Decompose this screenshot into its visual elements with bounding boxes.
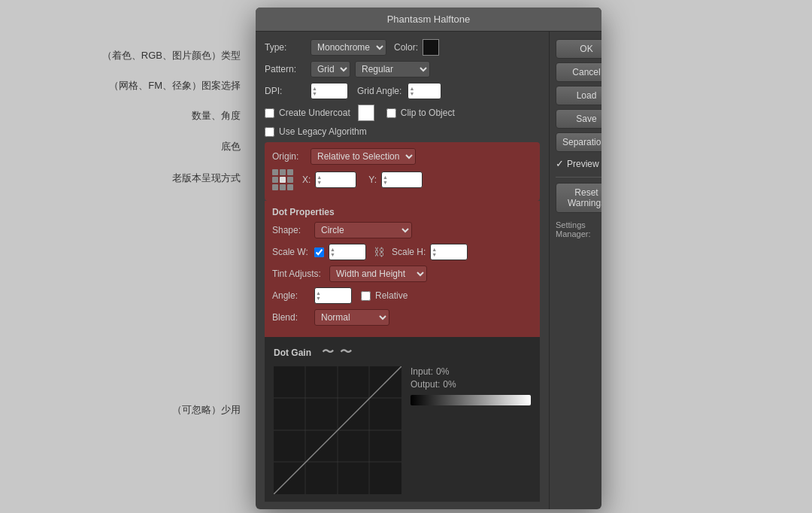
legacy-annotation: 老版本呈现方式 <box>0 172 256 185</box>
dpi-down-arrow[interactable]: ▼ <box>312 91 317 96</box>
type-annotation: （着色、RGB、图片颜色）类型 <box>0 49 256 62</box>
grid-cell-3 <box>287 169 293 175</box>
use-legacy-label: Use Legacy Algorithm <box>279 126 367 137</box>
rare-annotation: （可忽略）少用 <box>0 403 256 417</box>
scale-w-label: Scale W: <box>272 247 310 257</box>
angle-row: Angle: ▲ ▼ 0° Relative <box>272 287 532 304</box>
gradient-bar <box>411 395 531 405</box>
scale-w-arrows[interactable]: ▲ ▼ <box>330 244 335 260</box>
scale-h-up[interactable]: ▲ <box>432 247 437 252</box>
input-label: Input: <box>411 366 433 377</box>
origin-select[interactable]: Relative to Selection <box>311 148 416 165</box>
type-select[interactable]: Monochrome <box>311 39 386 56</box>
y-arrows[interactable]: ▲ ▼ <box>383 172 388 188</box>
preview-checkmark: ✓ <box>556 158 564 169</box>
type-row: Type: Monochrome Color: <box>265 39 540 56</box>
link-icon: ⛓ <box>374 246 384 258</box>
preview-label[interactable]: Preview <box>567 159 599 169</box>
x-label: X: <box>302 175 311 185</box>
y-spinner: ▲ ▼ 0 px <box>381 172 423 188</box>
grid-cell-8 <box>280 184 286 190</box>
dpi-label: DPI: <box>265 86 306 96</box>
dot-angle-down[interactable]: ▼ <box>316 296 321 301</box>
origin-row: Origin: Relative to Selection <box>272 148 532 165</box>
pattern-select[interactable]: Grid <box>311 61 350 77</box>
grid-angle-label: Grid Angle: <box>357 86 401 96</box>
grid-cell-1 <box>272 169 278 175</box>
scale-w-down[interactable]: ▼ <box>330 252 335 257</box>
blend-row: Blend: Normal <box>272 309 532 326</box>
shape-select[interactable]: Circle <box>314 222 412 238</box>
angle-arrows[interactable]: ▲ ▼ <box>409 83 414 99</box>
color-swatch[interactable] <box>423 39 439 56</box>
blend-select[interactable]: Normal <box>314 309 389 326</box>
y-up[interactable]: ▲ <box>383 175 388 180</box>
origin-grid-icon <box>272 169 293 190</box>
dot-properties-title: Dot Properties <box>272 207 532 217</box>
dot-angle-up[interactable]: ▲ <box>316 290 321 296</box>
blend-label: Blend: <box>272 312 310 323</box>
undercoat-color-swatch[interactable] <box>358 105 374 121</box>
tint-select[interactable]: Width and Height <box>329 266 427 282</box>
scale-w-spinner: ▲ ▼ 100% <box>329 244 366 260</box>
dot-angle-spinner: ▲ ▼ 0° <box>314 287 352 304</box>
origin-section: Origin: Relative to Selection <box>265 142 540 201</box>
separations-button[interactable]: Separations <box>556 132 601 152</box>
dot-angle-arrows[interactable]: ▲ ▼ <box>316 287 321 304</box>
settings-manager-label: Settings Manager: <box>556 220 601 238</box>
x-arrows[interactable]: ▲ ▼ <box>317 172 322 188</box>
ok-button[interactable]: OK <box>556 39 601 59</box>
load-button[interactable]: Load <box>556 86 601 105</box>
undercoat-annotation: 底色 <box>0 140 256 153</box>
dot-gain-section: Dot Gain 〜 〜 <box>265 337 540 502</box>
color-label: Color: <box>394 42 418 53</box>
y-down[interactable]: ▼ <box>383 180 388 185</box>
dot-gain-svg <box>274 366 401 494</box>
output-value: 0% <box>443 379 456 390</box>
dot-gain-title-row: Dot Gain 〜 〜 <box>274 345 531 360</box>
dialog-right-buttons: OK Cancel Load Save Separations ✓ Previe… <box>549 32 601 509</box>
grid-cell-5-active <box>280 177 286 183</box>
dialog-left-content: Type: Monochrome Color: Pattern: Grid Re… <box>256 32 549 509</box>
pattern-type-select[interactable]: Regular <box>355 61 430 77</box>
dot-gain-chart[interactable] <box>274 366 401 494</box>
button-separator <box>556 177 601 178</box>
wave-icon-2[interactable]: 〜 <box>340 345 352 360</box>
scale-w-checkbox[interactable] <box>314 247 324 257</box>
input-value: 0% <box>436 366 449 377</box>
create-undercoat-checkbox[interactable] <box>265 108 274 118</box>
angle-down-arrow[interactable]: ▼ <box>409 91 414 96</box>
save-button[interactable]: Save <box>556 109 601 129</box>
settings-manager-row: Settings Manager: ≡ <box>556 217 601 242</box>
relative-checkbox[interactable] <box>361 291 371 301</box>
grid-angle-spinner: ▲ ▼ 0° <box>408 83 441 99</box>
reset-warnings-button[interactable]: Reset Warnings <box>556 183 601 213</box>
clip-to-object-checkbox[interactable] <box>386 108 396 118</box>
input-output-values: Input: 0% Output: 0% <box>411 366 531 405</box>
scale-h-arrows[interactable]: ▲ ▼ <box>432 244 437 260</box>
wave-icon-1[interactable]: 〜 <box>322 345 334 360</box>
output-label-row: Output: 0% <box>411 379 531 390</box>
dpi-row: DPI: ▲ ▼ 12 Grid Angle: ▲ ▼ 0° <box>265 83 540 99</box>
dotgain-icons: 〜 〜 <box>322 345 352 360</box>
use-legacy-checkbox[interactable] <box>265 127 274 137</box>
dot-gain-content: Input: 0% Output: 0% <box>274 366 531 494</box>
clip-to-object-label: Clip to Object <box>401 108 455 118</box>
x-up[interactable]: ▲ <box>317 175 322 180</box>
dpi-spinner: ▲ ▼ 12 <box>311 83 348 99</box>
angle-up-arrow[interactable]: ▲ <box>409 86 414 91</box>
phantasm-halftone-dialog: Phantasm Halftone Type: Monochrome Color… <box>256 8 601 509</box>
dpi-arrows[interactable]: ▲ ▼ <box>312 83 317 99</box>
pattern-label: Pattern: <box>265 64 306 74</box>
y-label: Y: <box>368 175 377 185</box>
dpi-up-arrow[interactable]: ▲ <box>312 86 317 91</box>
relative-label: Relative <box>375 290 408 301</box>
scale-w-up[interactable]: ▲ <box>330 247 335 252</box>
scale-h-down[interactable]: ▼ <box>432 252 437 257</box>
annotation-panel: （着色、RGB、图片颜色）类型 （网格、FM、径象）图案选择 数量、角度 底色 … <box>0 0 256 513</box>
x-down[interactable]: ▼ <box>317 180 322 185</box>
legacy-row: Use Legacy Algorithm <box>265 126 540 137</box>
cancel-button[interactable]: Cancel <box>556 62 601 82</box>
grid-cell-6 <box>287 177 293 183</box>
origin-coords-row: X: ▲ ▼ 0 px Y: ▲ ▼ 0 px <box>272 169 532 190</box>
